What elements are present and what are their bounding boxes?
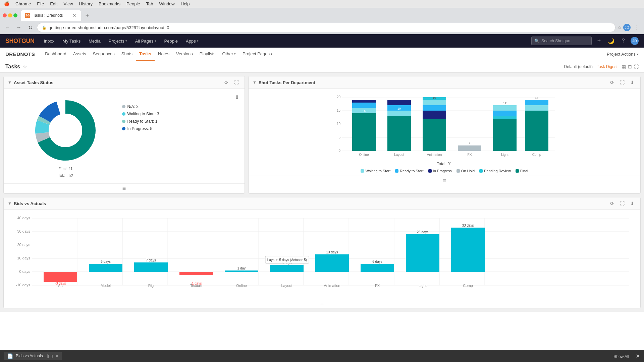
shotgun-nav: SHOTGUN Inbox My Tasks Media Projects▾ A…	[0, 34, 644, 48]
expand-panel-icon[interactable]: ⛶	[232, 78, 240, 86]
search-input[interactable]	[541, 39, 589, 43]
bar-comp-waiting	[525, 105, 548, 111]
expand-shot-icon[interactable]: ⛶	[618, 78, 626, 86]
show-all-button[interactable]: Show All	[611, 353, 632, 360]
nav-project-pages[interactable]: Project Pages▾	[239, 48, 276, 61]
shot-panel-menu[interactable]: ≡	[249, 176, 640, 186]
list-layout-icon[interactable]: ⊡	[628, 64, 632, 69]
window-menu[interactable]: Window	[159, 1, 175, 6]
nav-versions[interactable]: Versions	[173, 48, 196, 61]
search-box[interactable]: 🔍	[531, 37, 592, 45]
close-download-icon[interactable]: ✕	[55, 354, 59, 358]
avatar[interactable]: JD	[631, 37, 639, 45]
bookmarks-menu[interactable]: Bookmarks	[99, 1, 120, 6]
asset-panel-actions: ⟳ ⛶	[222, 78, 240, 86]
asset-chart-area: Final: 41 Total: 52 N/A: 2	[4, 89, 245, 183]
legend-na: N/A: 2	[122, 104, 235, 109]
new-tab-button[interactable]: +	[83, 11, 92, 20]
page-header-right: Default (default) Task Digest ▦ ⊡ ⛶	[564, 64, 639, 69]
tab-menu[interactable]: Tab	[146, 1, 153, 6]
nav-people[interactable]: People	[160, 34, 182, 48]
bids-panel-actions: ⟳ ⛶ ⬇	[608, 199, 636, 207]
legend-inprogress: In Progress: 5	[122, 126, 235, 131]
edit-menu[interactable]: Edit	[50, 1, 57, 6]
close-bar-button[interactable]: ✕	[636, 353, 640, 359]
bar-layout-bids[interactable]	[270, 265, 304, 272]
nav-notes[interactable]: Notes	[155, 48, 173, 61]
apple-menu[interactable]: 🍎	[4, 1, 9, 6]
shotgun-logo[interactable]: SHOTGUN	[5, 38, 35, 45]
collapse-bids-button[interactable]: ▼	[8, 201, 12, 206]
window-maximize[interactable]	[13, 13, 17, 17]
active-tab[interactable]: SG Tasks : Drednots ✕	[21, 10, 81, 21]
window-minimize[interactable]	[8, 13, 12, 17]
expand-icon[interactable]: ⛶	[634, 64, 639, 69]
history-menu[interactable]: History	[79, 1, 93, 6]
legend-waiting-square	[361, 169, 364, 173]
download-asset-button[interactable]: ⬇	[235, 94, 239, 101]
help-button[interactable]: ?	[619, 36, 628, 46]
view-menu[interactable]: View	[64, 1, 73, 6]
nav-shots[interactable]: Shots	[118, 48, 136, 61]
people-menu[interactable]: People	[126, 1, 140, 6]
grid-layout-icon[interactable]: ▦	[622, 64, 626, 69]
nav-playlists[interactable]: Playlists	[196, 48, 219, 61]
refresh-bids-icon[interactable]: ⟳	[608, 199, 616, 207]
bookmark-button[interactable]: ☆	[618, 25, 622, 30]
legend-na-label: N/A: 2	[127, 104, 139, 109]
nav-my-tasks[interactable]: My Tasks	[58, 34, 85, 48]
collapse-shot-button[interactable]: ▼	[253, 80, 257, 85]
bar-light-final	[493, 119, 517, 151]
shot-panel-actions: ⟳ ⛶ ⬇	[608, 78, 636, 86]
nav-projects[interactable]: Projects▾	[105, 34, 131, 48]
refresh-icon[interactable]: ⟳	[222, 78, 230, 86]
nav-media[interactable]: Media	[85, 34, 104, 48]
task-digest-button[interactable]: Task Digest	[597, 64, 618, 69]
expand-bids-icon[interactable]: ⛶	[618, 199, 626, 207]
tab-bar: SG Tasks : Drednots ✕ +	[0, 8, 644, 21]
back-button[interactable]: ←	[3, 23, 12, 32]
nav-apps[interactable]: Apps▾	[182, 34, 203, 48]
bids-panel-menu[interactable]: ≡	[4, 298, 640, 308]
url-text: getting-started.shotgunstudio.com/page/5…	[49, 25, 610, 30]
nav-dashboard[interactable]: Dashboard	[42, 48, 70, 61]
nav-inbox[interactable]: Inbox	[40, 34, 59, 48]
project-actions-button[interactable]: Project Actions ▾	[607, 52, 639, 57]
bar-layout-final	[387, 116, 411, 151]
reload-button[interactable]: ↻	[25, 23, 35, 32]
close-tab-button[interactable]: ✕	[72, 13, 77, 18]
legend-onhold-text: On Hold	[461, 169, 475, 173]
layout-icons: ▦ ⊡ ⛶	[622, 64, 639, 69]
extensions-button[interactable]: JD	[623, 24, 631, 31]
download-bids-button[interactable]: ⬇	[628, 199, 636, 207]
forward-button[interactable]: →	[14, 23, 23, 32]
tab-favicon: SG	[25, 13, 30, 18]
refresh-shot-icon[interactable]: ⟳	[608, 78, 616, 86]
svg-text:Model: Model	[101, 284, 111, 288]
night-mode-button[interactable]: 🌙	[606, 36, 616, 46]
add-button[interactable]: +	[594, 36, 604, 46]
favorite-button[interactable]: ☆	[23, 64, 27, 69]
svg-text:0 days: 0 days	[19, 269, 31, 274]
download-shot-button[interactable]: ⬇	[628, 78, 636, 86]
legend-ready-dot	[122, 120, 125, 123]
download-file-item[interactable]: 📄 Bids vs Actuals....jpg ✕	[4, 352, 62, 360]
help-menu[interactable]: Help	[181, 1, 190, 6]
nav-all-pages[interactable]: All Pages▾	[131, 34, 160, 48]
asset-panel-menu[interactable]: ≡	[4, 183, 245, 193]
window-close[interactable]	[3, 13, 7, 17]
nav-tasks[interactable]: Tasks	[136, 48, 155, 61]
nav-sequences[interactable]: Sequences	[90, 48, 118, 61]
nav-assets[interactable]: Assets	[70, 48, 90, 61]
default-label: Default (default)	[564, 64, 593, 69]
nav-other[interactable]: Other▾	[219, 48, 239, 61]
svg-text:10: 10	[337, 122, 341, 126]
menu-button[interactable]: ⋮	[632, 23, 641, 32]
chrome-menu[interactable]: Chrome	[15, 1, 31, 6]
collapse-asset-button[interactable]: ▼	[8, 80, 12, 85]
address-bar[interactable]: 🔒 getting-started.shotgunstudio.com/page…	[37, 23, 615, 32]
bar-light-bids	[406, 234, 439, 272]
file-menu[interactable]: File	[37, 1, 44, 6]
page-title: Tasks	[5, 64, 20, 70]
svg-text:Layout: Layout	[281, 284, 292, 288]
